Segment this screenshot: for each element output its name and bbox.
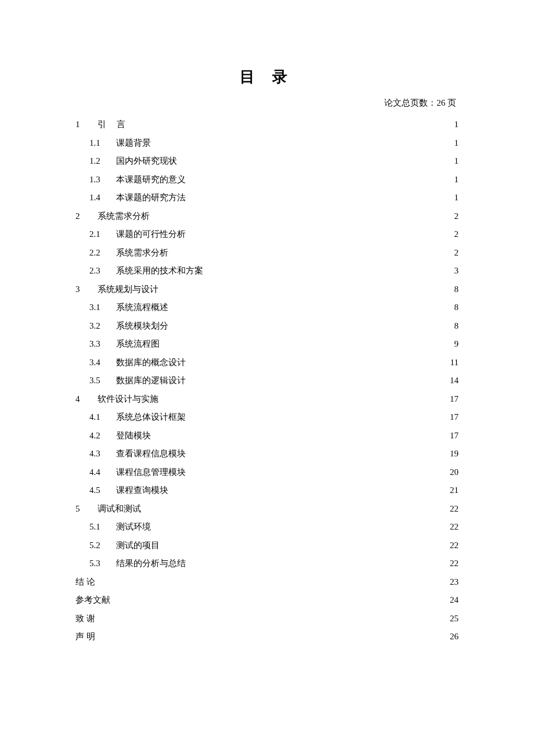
toc-entry-label: 数据库的逻辑设计 — [116, 372, 186, 390]
toc-entry: 1.2国内外研究现状1 — [75, 152, 459, 171]
toc-entry-number: 5.3 — [89, 555, 116, 573]
toc-entry-label: 查看课程信息模块 — [116, 445, 186, 463]
toc-entry: 5.3结果的分析与总结22 — [75, 555, 459, 573]
toc-entry-page: 22 — [449, 518, 459, 537]
toc-leader-dots — [158, 393, 449, 402]
toc-entry-number: 4.2 — [89, 427, 116, 445]
toc-entry: 5.2测试的项目22 — [75, 537, 459, 555]
toc-entry: 4.4课程信息管理模块20 — [75, 463, 459, 482]
toc-entry: 4.5课程查询模块21 — [75, 481, 459, 500]
toc-leader-dots — [158, 283, 453, 292]
toc-entry-label: 课程查询模块 — [116, 481, 168, 500]
toc-entry-page: 17 — [449, 427, 459, 445]
toc-entry: 3.2系统模块划分8 — [75, 317, 459, 336]
toc-leader-dots — [203, 265, 453, 273]
toc-entry-page: 8 — [453, 317, 459, 336]
toc-leader-dots — [186, 466, 449, 475]
toc-entry-label: 登陆模块 — [116, 427, 151, 445]
toc-entry-page: 2 — [453, 244, 459, 262]
toc-entry-number: 3.5 — [89, 372, 116, 390]
toc-entry-label: 国内外研究现状 — [116, 152, 177, 171]
toc-entry-label: 课程信息管理模块 — [116, 463, 186, 482]
toc-leader-dots — [186, 192, 453, 200]
toc-entry-page: 22 — [449, 537, 459, 555]
toc-entry: 1.4本课题的研究方法1 — [75, 189, 459, 207]
toc-entry-number: 3.3 — [89, 335, 116, 354]
toc-leader-dots — [95, 631, 449, 639]
toc-leader-dots — [151, 430, 449, 438]
toc-entry-page: 22 — [449, 555, 459, 573]
toc-leader-dots — [151, 521, 449, 530]
toc-entry-page: 8 — [453, 280, 459, 299]
toc-entry-label: 测试环境 — [116, 518, 151, 537]
toc-entry: 3.3系统流程图9 — [75, 335, 459, 354]
toc-entry: 参考文献24 — [75, 591, 459, 610]
toc-entry-page: 1 — [453, 189, 459, 207]
toc-entry-label: 数据库的概念设计 — [116, 354, 186, 372]
toc-entry-number: 3 — [75, 280, 98, 299]
toc-entry: 2.2系统需求分析2 — [75, 244, 459, 262]
toc-entry: 结 论23 — [75, 573, 459, 592]
toc-entry-page: 17 — [449, 390, 459, 409]
toc-entry-page: 1 — [453, 171, 459, 189]
toc-entry-number: 4.3 — [89, 445, 116, 463]
toc-entry-label: 系统需求分析 — [98, 207, 150, 226]
toc-entry-label: 引言 — [98, 116, 136, 134]
toc-leader-dots — [186, 375, 449, 383]
toc-entry-number: 4.1 — [89, 408, 116, 427]
toc-entry-number: 1.3 — [89, 171, 116, 189]
toc-entry: 4软件设计与实施17 — [75, 390, 459, 409]
toc-leader-dots — [168, 484, 449, 493]
toc-entry: 致 谢25 — [75, 610, 459, 628]
toc-entry-label: 调试和测试 — [98, 500, 141, 519]
toc-entry: 1.1课题背景1 — [75, 134, 459, 153]
toc-entry-label: 测试的项目 — [116, 537, 160, 555]
toc-entry-page: 1 — [453, 134, 459, 153]
toc-leader-dots — [141, 503, 449, 512]
toc-entry-label: 致 谢 — [75, 610, 95, 628]
toc-entry-page: 14 — [449, 372, 459, 390]
toc-entry-label: 课题的可行性分析 — [116, 225, 186, 244]
toc-entry-number: 2.3 — [89, 262, 116, 280]
toc-entry-number: 4.5 — [89, 481, 116, 500]
toc-leader-dots — [186, 557, 449, 566]
toc-entry-label: 系统采用的技术和方案 — [116, 262, 203, 280]
toc-entry-page: 8 — [453, 298, 459, 317]
toc-entry-page: 24 — [449, 591, 459, 610]
toc-entry-label: 系统模块划分 — [116, 317, 168, 336]
toc-leader-dots — [186, 411, 449, 420]
toc-entry-page: 11 — [449, 354, 459, 372]
toc-entry-number: 2 — [75, 207, 98, 226]
toc-entry-page: 26 — [449, 628, 459, 646]
toc-entry-label: 系统流程概述 — [116, 298, 168, 317]
toc-leader-dots — [95, 613, 449, 621]
toc-entry-label: 系统总体设计框架 — [116, 408, 186, 427]
toc-entry-number: 5.2 — [89, 537, 116, 555]
toc-leader-dots — [177, 155, 453, 164]
toc-entry: 2.1课题的可行性分析2 — [75, 225, 459, 244]
toc-entry-number: 1.1 — [89, 134, 116, 153]
toc-leader-dots — [95, 576, 449, 585]
toc-leader-dots — [136, 118, 453, 127]
toc-entry-number: 5 — [75, 500, 98, 519]
toc-entry-number: 3.4 — [89, 354, 116, 372]
toc-entry-label: 系统规划与设计 — [98, 280, 158, 299]
toc-leader-dots — [150, 210, 453, 219]
toc-leader-dots — [186, 357, 449, 365]
toc-entry-label: 本课题的研究方法 — [116, 189, 186, 207]
toc-entry: 1.3本课题研究的意义1 — [75, 171, 459, 189]
toc-entry: 2.3系统采用的技术和方案3 — [75, 262, 459, 280]
toc-entry: 3.4数据库的概念设计11 — [75, 354, 459, 372]
toc-leader-dots — [168, 320, 453, 329]
toc-entry-number: 5.1 — [89, 518, 116, 537]
toc-entry-page: 22 — [449, 500, 459, 519]
toc-entry-label: 系统流程图 — [116, 335, 160, 354]
toc-entry-page: 23 — [449, 573, 459, 592]
toc-entry-number: 3.1 — [89, 298, 116, 317]
toc-leader-dots — [160, 338, 453, 347]
page-count-label: 论文总页数：26 页 — [75, 98, 459, 109]
toc-entry-label: 软件设计与实施 — [98, 390, 158, 409]
toc-entry-page: 3 — [453, 262, 459, 280]
toc-leader-dots — [168, 301, 453, 310]
toc-entry-label: 结 论 — [75, 573, 95, 592]
